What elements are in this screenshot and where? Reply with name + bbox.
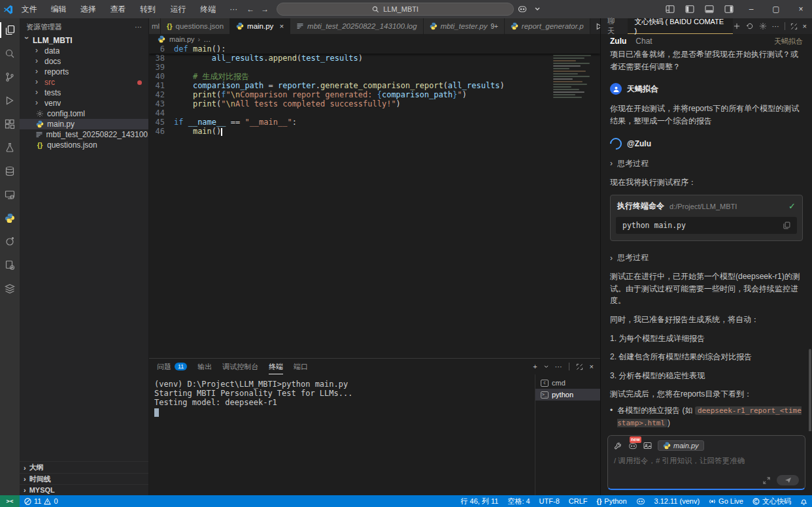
menu-6[interactable]: 终端(T)	[195, 2, 224, 16]
code-line-42[interactable]: 42 print(f"\nComparison report generated…	[149, 90, 600, 99]
tree-item-questions.json[interactable]: {}questions.json	[20, 140, 148, 150]
tree-item-venv[interactable]: ›venv	[20, 98, 148, 108]
close-panel-icon[interactable]: ×	[590, 363, 594, 370]
history-icon[interactable]	[746, 22, 754, 30]
panel-tab-终端[interactable]: 终端	[269, 359, 283, 374]
code-line-39[interactable]: 39	[149, 63, 600, 72]
code-line-41[interactable]: 41 comparison_path = reporter.generate_c…	[149, 81, 600, 90]
editor-tab-report_generator.p[interactable]: report_generator.p	[505, 18, 590, 34]
account-name[interactable]: 天蝎拟合	[774, 37, 803, 46]
terminal-command-card[interactable]: 执行终端命令d:/Project/LLM_MBTI✓python main.py	[610, 195, 803, 241]
chat-input[interactable]: new main.py / 调用指令，# 引用知识，让回答更准确	[607, 435, 805, 490]
terminal-output[interactable]: (venv) D:\Project\LLM_MBTI>python main.p…	[149, 374, 535, 495]
activity-run-debug-icon[interactable]	[0, 89, 20, 112]
status-crlf[interactable]: CRLF	[564, 497, 592, 505]
subtab-zulu[interactable]: Zulu	[610, 37, 626, 46]
problems-status[interactable]: 11 0	[20, 495, 63, 507]
minimize-button[interactable]: –	[740, 0, 762, 18]
nav-forward-icon[interactable]: →	[261, 5, 269, 14]
menu-1[interactable]: 编辑(E)	[46, 2, 75, 16]
copilot-menu-icon[interactable]	[514, 2, 531, 16]
tree-item-mbti_test_20250822_143100.log[interactable]: mbti_test_20250822_143100.log	[20, 129, 148, 140]
status-go-live[interactable]: Go Live	[704, 497, 748, 505]
panel-tab-输出[interactable]: 输出	[197, 359, 212, 374]
tree-item-docs[interactable]: ›docs	[20, 56, 148, 67]
tree-item-main.py[interactable]: main.py	[20, 119, 148, 129]
menu-5[interactable]: 运行(R)	[165, 2, 195, 16]
chat-input-placeholder[interactable]: / 调用指令，# 引用知识，让回答更准确	[614, 456, 799, 466]
restore-button[interactable]: ▢	[765, 0, 787, 18]
nav-back-icon[interactable]: ←	[246, 5, 254, 14]
breadcrumb-rest[interactable]: …	[203, 35, 211, 43]
context-chip[interactable]: main.py	[658, 440, 704, 451]
status--46-11[interactable]: 行 46, 列 11	[456, 497, 503, 506]
minimap[interactable]	[553, 47, 591, 99]
panel-more-icon[interactable]: ···	[772, 22, 779, 30]
status-python[interactable]: {}Python	[592, 497, 632, 505]
code-editor[interactable]: 6def main():38 all_results.append(test_r…	[149, 44, 600, 358]
sidebar-section-0[interactable]: ›大纲	[20, 462, 148, 473]
panel-tab-端口[interactable]: 端口	[294, 359, 308, 374]
customize-layout-icon[interactable]	[662, 2, 679, 16]
send-button[interactable]	[777, 475, 799, 485]
editor-tab-mbti_tester.py[interactable]: mbti_tester.py9+	[424, 18, 505, 34]
code-line-43[interactable]: 43 print("\nAll tests completed successf…	[149, 99, 600, 108]
explorer-more-icon[interactable]: ···	[135, 23, 142, 31]
close-panel-icon[interactable]: ×	[803, 22, 807, 30]
code-line-44[interactable]: 44	[149, 108, 600, 118]
agent-icon[interactable]: new	[628, 442, 637, 450]
settings-gear-icon[interactable]	[759, 22, 767, 30]
activity-database-icon[interactable]	[0, 159, 20, 183]
terminal-dropdown-icon[interactable]	[544, 365, 549, 368]
activity-layers-icon[interactable]	[0, 277, 20, 301]
tree-item-src[interactable]: ›src	[20, 77, 148, 88]
panel-tab-调试控制台[interactable]: 调试控制台	[222, 359, 258, 374]
code-line-6[interactable]: 6def main():	[149, 44, 600, 54]
new-chat-icon[interactable]	[733, 22, 741, 30]
close-tab-icon[interactable]: ×	[279, 22, 284, 30]
menu-4[interactable]: 转到(G)	[135, 2, 165, 16]
status-bell[interactable]	[796, 498, 812, 505]
screenshot-icon[interactable]	[643, 442, 652, 450]
status-3-12-11-venv-[interactable]: 3.12.11 (venv)	[650, 497, 705, 505]
tree-item-reports[interactable]: ›reports	[20, 67, 148, 77]
terminal-session-cmd[interactable]: ccmd	[535, 377, 600, 389]
panel-tab-comate[interactable]: 文心快码 ( BAIDU COMATE )	[628, 18, 732, 34]
activity-python-icon[interactable]	[0, 206, 20, 230]
maximize-panel-icon[interactable]	[576, 363, 583, 370]
toggle-panel-icon[interactable]	[701, 2, 718, 16]
new-terminal-icon[interactable]: +	[533, 363, 537, 370]
activity-testing-icon[interactable]	[0, 136, 20, 159]
chat-messages[interactable]: •每次运行生成独立的日志文件 mbti_test_<timestamp>.log…	[601, 48, 812, 431]
menu-more[interactable]: ···	[224, 2, 243, 16]
tools-icon[interactable]	[614, 442, 622, 450]
sidebar-section-2[interactable]: ›MYSQL	[20, 484, 148, 495]
thinking-toggle[interactable]: ›思考过程	[610, 252, 803, 263]
tree-item-data[interactable]: ›data	[20, 46, 148, 56]
editor-tab-main.py[interactable]: main.py×	[230, 18, 290, 34]
activity-live-preview-icon[interactable]	[0, 183, 20, 206]
status--[interactable]: 文心快码	[748, 497, 796, 506]
status-utf-8[interactable]: UTF-8	[535, 497, 564, 505]
panel-more-icon[interactable]: ···	[555, 363, 562, 370]
code-line-40[interactable]: 40 # 生成对比报告	[149, 72, 600, 81]
sidebar-section-1[interactable]: ›时间线	[20, 473, 148, 484]
activity-search-icon[interactable]	[0, 42, 20, 65]
tree-root[interactable]: › LLM_MBTI	[20, 35, 148, 46]
menu-2[interactable]: 选择(S)	[75, 2, 105, 16]
editor-tab-questions.json[interactable]: {}questions.json	[161, 18, 230, 34]
activity-extensions-icon[interactable]	[0, 112, 20, 136]
status-copilot[interactable]	[632, 498, 650, 505]
toggle-sidebar-icon[interactable]	[681, 2, 698, 16]
chevron-down-icon[interactable]	[533, 2, 541, 16]
status--4[interactable]: 空格: 4	[503, 497, 534, 506]
code-line-45[interactable]: 45if __name__ == "__main__":	[149, 118, 600, 127]
toggle-secondary-sidebar-icon[interactable]	[720, 2, 737, 16]
breadcrumb[interactable]: main.py › …	[149, 34, 600, 44]
chat-scrollbar[interactable]	[809, 349, 811, 431]
subtab-chat[interactable]: Chat	[635, 37, 652, 46]
tree-item-tests[interactable]: ›tests	[20, 88, 148, 98]
activity-ai-assistant-icon[interactable]	[0, 254, 20, 277]
maximize-panel-icon[interactable]	[790, 23, 798, 30]
terminal-session-python[interactable]: >_python	[535, 389, 600, 401]
